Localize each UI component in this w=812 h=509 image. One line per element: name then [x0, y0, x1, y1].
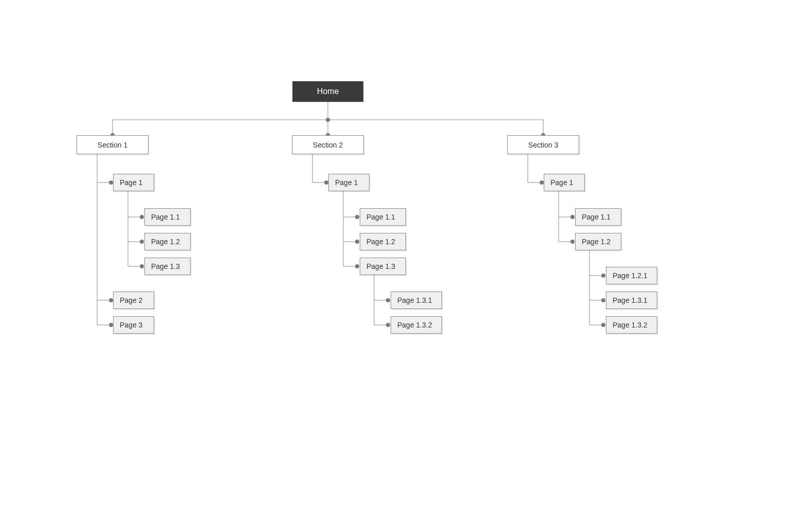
- node-label: Page 1.3.1: [613, 296, 648, 304]
- node-section-3[interactable]: Section 3: [507, 135, 579, 154]
- node-s2-page1[interactable]: Page 1: [328, 174, 370, 191]
- node-s2-page1-3-1[interactable]: Page 1.3.1: [391, 292, 442, 309]
- node-s1-page1-2[interactable]: Page 1.2: [144, 233, 191, 250]
- node-s3-page1-1[interactable]: Page 1.1: [575, 208, 621, 226]
- node-s2-page1-2[interactable]: Page 1.2: [360, 233, 406, 250]
- svg-point-46: [386, 323, 390, 327]
- node-label: Section 3: [528, 141, 558, 149]
- node-s2-page1-3-2[interactable]: Page 1.3.2: [391, 316, 442, 334]
- node-s3-page1-3-2[interactable]: Page 1.3.2: [606, 316, 657, 334]
- node-label: Page 1.2: [366, 238, 395, 246]
- node-label: Home: [317, 87, 339, 96]
- svg-point-51: [601, 298, 605, 302]
- node-s1-page3[interactable]: Page 3: [113, 316, 154, 334]
- svg-point-37: [140, 240, 144, 244]
- node-label: Page 1.2: [151, 238, 180, 246]
- node-s1-page1-3[interactable]: Page 1.3: [144, 258, 191, 275]
- node-label: Section 1: [98, 141, 127, 149]
- svg-point-39: [109, 298, 113, 302]
- svg-point-41: [324, 180, 328, 185]
- node-label: Page 1.2.1: [613, 271, 648, 280]
- svg-point-49: [570, 240, 575, 244]
- node-s3-page1-2[interactable]: Page 1.2: [575, 233, 621, 250]
- node-s3-page1-3-1[interactable]: Page 1.3.1: [606, 292, 657, 309]
- node-label: Page 1.2: [582, 238, 611, 246]
- node-s3-page1[interactable]: Page 1: [544, 174, 585, 191]
- node-label: Page 1.1: [151, 213, 180, 221]
- node-label: Page 1.3.2: [397, 321, 432, 329]
- node-label: Page 1.3: [366, 262, 395, 270]
- node-label: Page 1: [550, 178, 573, 187]
- svg-point-47: [540, 180, 544, 185]
- svg-point-35: [109, 180, 113, 185]
- node-label: Page 3: [120, 321, 142, 329]
- node-label: Section 2: [313, 141, 343, 149]
- node-section-1[interactable]: Section 1: [77, 135, 149, 154]
- node-section-2[interactable]: Section 2: [292, 135, 364, 154]
- svg-point-36: [140, 215, 144, 219]
- node-label: Page 1.3.1: [397, 296, 432, 304]
- svg-point-38: [140, 264, 144, 268]
- node-s2-page1-3[interactable]: Page 1.3: [360, 258, 406, 275]
- svg-point-52: [601, 323, 605, 327]
- svg-point-43: [355, 240, 359, 244]
- svg-point-45: [386, 298, 390, 302]
- node-label: Page 2: [120, 296, 142, 304]
- svg-point-40: [109, 323, 113, 327]
- node-home[interactable]: Home: [292, 81, 363, 102]
- node-s2-page1-1[interactable]: Page 1.1: [360, 208, 406, 226]
- node-s1-page2[interactable]: Page 2: [113, 292, 154, 309]
- sitemap-diagram: Home Section 1 Page 1 Page 1.1 Page 1.2 …: [0, 0, 812, 509]
- node-label: Page 1.3.2: [613, 321, 648, 329]
- node-s3-page1-2-1[interactable]: Page 1.2.1: [606, 267, 657, 284]
- node-s1-page1[interactable]: Page 1: [113, 174, 154, 191]
- svg-point-48: [570, 215, 575, 219]
- node-s1-page1-1[interactable]: Page 1.1: [144, 208, 191, 226]
- svg-point-50: [601, 274, 605, 278]
- node-label: Page 1: [120, 178, 142, 187]
- node-label: Page 1: [335, 178, 358, 187]
- node-label: Page 1.3: [151, 262, 180, 270]
- connector-lines: [0, 0, 812, 509]
- node-label: Page 1.1: [582, 213, 611, 221]
- svg-point-34: [326, 118, 330, 122]
- node-label: Page 1.1: [366, 213, 395, 221]
- svg-point-44: [355, 264, 359, 268]
- svg-point-42: [355, 215, 359, 219]
